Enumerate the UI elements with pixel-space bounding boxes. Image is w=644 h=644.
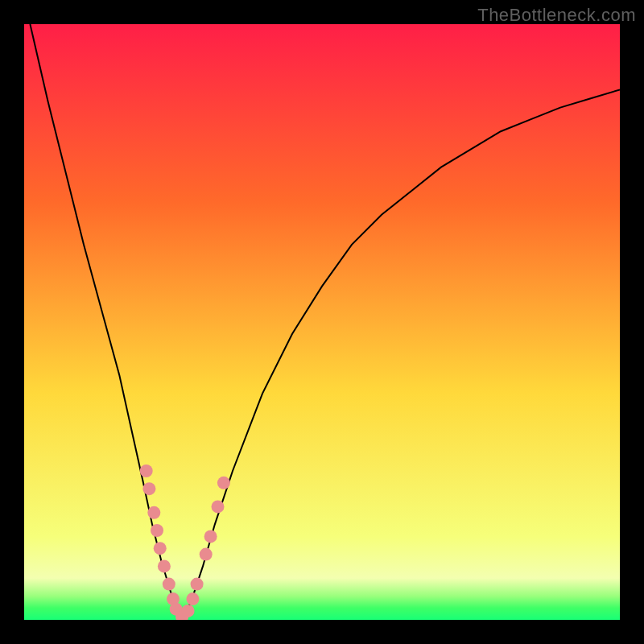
data-marker bbox=[217, 477, 230, 489]
data-marker bbox=[140, 464, 153, 477]
data-marker bbox=[191, 578, 204, 591]
data-marker bbox=[142, 482, 155, 495]
data-marker bbox=[158, 559, 171, 572]
data-marker bbox=[154, 542, 167, 555]
plot-area bbox=[24, 24, 620, 620]
curve-layer bbox=[24, 24, 620, 620]
bottleneck-curve bbox=[30, 24, 620, 620]
data-marker bbox=[182, 605, 195, 617]
data-marker bbox=[186, 592, 199, 605]
data-marker bbox=[147, 506, 160, 519]
data-marker bbox=[204, 530, 217, 543]
data-marker bbox=[212, 500, 225, 513]
watermark-text: TheBottleneck.com bbox=[477, 5, 636, 26]
data-marker bbox=[200, 548, 213, 561]
marker-group bbox=[140, 464, 230, 620]
chart-frame: TheBottleneck.com bbox=[0, 0, 644, 644]
data-marker bbox=[163, 578, 175, 591]
data-marker bbox=[151, 524, 163, 537]
